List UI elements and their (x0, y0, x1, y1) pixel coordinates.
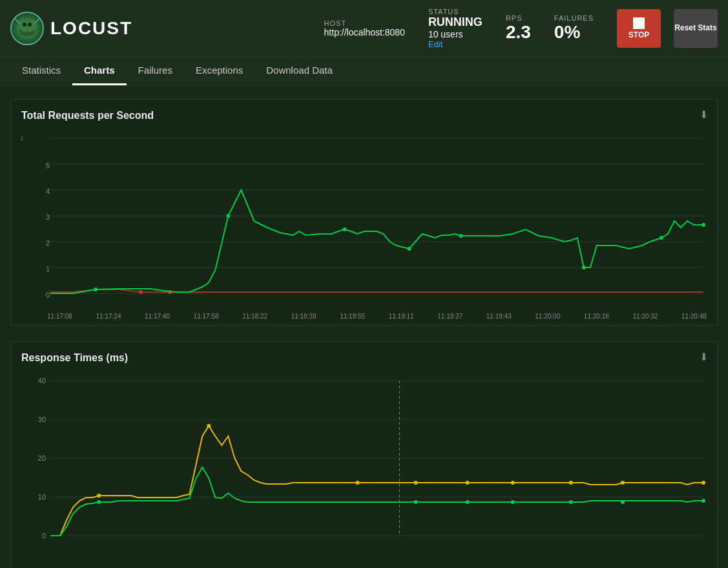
svg-point-45 (355, 481, 359, 485)
nav-exceptions[interactable]: Exceptions (184, 57, 255, 85)
svg-point-4 (23, 23, 26, 26)
rps-chart-svg: 6 5 4 3 2 1 0 (21, 129, 707, 310)
stop-icon (633, 17, 645, 29)
edit-link[interactable]: Edit (428, 39, 483, 49)
svg-text:3: 3 (46, 213, 50, 221)
svg-point-49 (569, 481, 573, 485)
users-value: 10 users (428, 29, 483, 39)
response-chart-title: Response Times (ms) (21, 352, 707, 364)
svg-point-32 (702, 223, 705, 227)
rps-download-button[interactable]: ⬇ (700, 109, 708, 121)
svg-point-48 (511, 481, 515, 485)
response-x-axis: 11:17:08 11:17:24 11:17:40 11:17:58 11:1… (21, 565, 707, 568)
rps-value: 2.3 (506, 22, 531, 43)
svg-point-57 (621, 500, 625, 504)
svg-point-52 (97, 500, 101, 504)
svg-point-31 (660, 236, 663, 240)
svg-point-58 (702, 499, 705, 503)
logo-area: LOCUST (10, 12, 132, 45)
svg-point-47 (466, 481, 470, 485)
svg-point-51 (702, 481, 705, 485)
svg-point-25 (94, 288, 98, 291)
svg-point-54 (466, 500, 470, 504)
svg-text:2: 2 (46, 239, 50, 247)
nav-statistics[interactable]: Statistics (10, 57, 72, 85)
status-stat: STATUS RUNNING 10 users Edit (428, 8, 483, 49)
svg-point-23 (139, 290, 143, 294)
stop-button[interactable]: STOP (617, 9, 661, 48)
logo-text: LOCUST (50, 18, 132, 39)
host-label: HOST (324, 19, 405, 27)
svg-point-30 (582, 266, 586, 269)
header: LOCUST HOST http://localhost:8080 STATUS… (0, 0, 728, 57)
content: Total Requests per Second ⬇ 6 5 4 3 2 1 … (0, 86, 728, 568)
svg-point-46 (414, 481, 418, 485)
svg-text:1: 1 (46, 265, 50, 273)
rps-chart-title: Total Requests per Second (21, 110, 707, 121)
svg-text:20: 20 (38, 454, 46, 462)
stop-label: STOP (629, 30, 649, 39)
response-download-button[interactable]: ⬇ (700, 351, 708, 363)
svg-point-53 (414, 500, 418, 504)
rps-label: RPS (506, 14, 531, 22)
response-chart-svg: 40 30 20 10 0 (21, 372, 707, 565)
svg-text:30: 30 (38, 415, 46, 423)
host-stat: HOST http://localhost:8080 (324, 19, 405, 37)
reset-button[interactable]: Reset Stats (674, 9, 718, 48)
svg-point-50 (621, 481, 625, 485)
rps-chart-container: Total Requests per Second ⬇ 6 5 4 3 2 1 … (10, 99, 718, 326)
status-label: STATUS (428, 8, 483, 16)
nav-charts[interactable]: Charts (72, 57, 127, 85)
svg-point-28 (408, 247, 411, 251)
failures-stat: FAILURES 0% (554, 14, 594, 43)
svg-point-43 (97, 494, 101, 498)
svg-text:4: 4 (46, 187, 50, 195)
nav-download[interactable]: Download Data (255, 57, 344, 85)
svg-text:5: 5 (46, 162, 50, 169)
rps-x-axis: 11:17:08 11:17:24 11:17:40 11:17:58 11:1… (21, 310, 707, 320)
rps-stat: RPS 2.3 (506, 14, 531, 43)
svg-point-26 (226, 214, 230, 218)
nav: Statistics Charts Failures Exceptions Do… (0, 57, 728, 86)
svg-point-27 (342, 227, 346, 231)
svg-point-29 (459, 234, 463, 238)
svg-text:0: 0 (42, 532, 46, 540)
response-chart-container: Response Times (ms) ⬇ 40 30 20 10 0 (10, 341, 718, 568)
response-chart-svg-container: 40 30 20 10 0 (21, 372, 707, 565)
logo-icon (10, 12, 44, 45)
svg-point-56 (569, 500, 573, 504)
svg-text:40: 40 (38, 377, 46, 384)
rps-chart-svg-container: 6 5 4 3 2 1 0 (21, 129, 707, 310)
svg-text:10: 10 (38, 493, 46, 501)
host-value: http://localhost:8080 (324, 27, 405, 37)
failures-value: 0% (554, 22, 594, 43)
nav-failures[interactable]: Failures (127, 57, 184, 85)
svg-text:0: 0 (46, 291, 50, 299)
svg-point-44 (207, 424, 211, 428)
failures-label: FAILURES (554, 14, 594, 22)
status-value: RUNNING (428, 16, 483, 29)
svg-point-55 (511, 500, 515, 504)
svg-point-5 (28, 23, 32, 26)
svg-text:6: 6 (21, 134, 23, 142)
